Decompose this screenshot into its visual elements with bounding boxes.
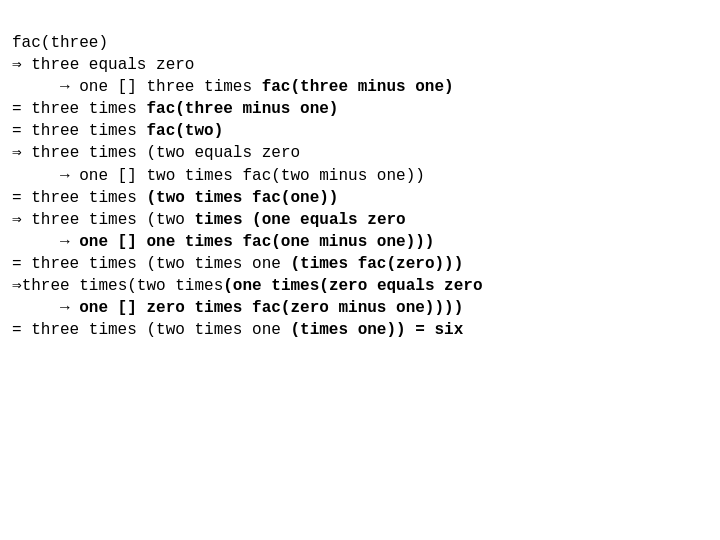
code-line: = three times (two times fac(one)): [12, 187, 708, 209]
normal-segment: ⇒three times(two times: [12, 277, 223, 295]
bold-segment: (two times fac(one)): [146, 189, 338, 207]
normal-segment: ⇒ three times (two equals zero: [12, 144, 300, 162]
bold-segment: times (one equals zero: [194, 211, 405, 229]
normal-segment: fac(three): [12, 34, 108, 52]
code-line: = three times (two times one (times one)…: [12, 319, 708, 341]
bold-segment: (times fac(zero))): [290, 255, 463, 273]
code-line: = three times fac(three minus one): [12, 98, 708, 120]
bold-segment: → one [] zero times fac(zero minus one))…: [12, 299, 463, 317]
bold-segment: → one [] one times fac(one minus one))): [12, 233, 434, 251]
bold-segment: (times one)) = six: [290, 321, 463, 339]
code-line: ⇒ three times (two times (one equals zer…: [12, 209, 708, 231]
code-line: fac(three): [12, 32, 708, 54]
normal-segment: ⇒ three equals zero: [12, 56, 194, 74]
normal-segment: = three times: [12, 122, 146, 140]
normal-segment: ⇒ three times (two: [12, 211, 194, 229]
bold-segment: (one times(zero equals zero: [223, 277, 482, 295]
code-line: → one [] three times fac(three minus one…: [12, 76, 708, 98]
normal-segment: → one [] three times: [12, 78, 262, 96]
bold-segment: fac(three minus one): [146, 100, 338, 118]
code-line: ⇒ three times (two equals zero: [12, 142, 708, 164]
normal-segment: = three times (two times one: [12, 321, 290, 339]
code-line: = three times fac(two): [12, 120, 708, 142]
code-display: fac(three)⇒ three equals zero → one [] t…: [12, 10, 708, 341]
code-line: ⇒three times(two times(one times(zero eq…: [12, 275, 708, 297]
code-line: → one [] one times fac(one minus one))): [12, 231, 708, 253]
normal-segment: = three times: [12, 100, 146, 118]
normal-segment: = three times (two times one: [12, 255, 290, 273]
code-line: = three times (two times one (times fac(…: [12, 253, 708, 275]
bold-segment: fac(three minus one): [262, 78, 454, 96]
normal-segment: = three times: [12, 189, 146, 207]
bold-segment: fac(two): [146, 122, 223, 140]
normal-segment: → one [] two times fac(two minus one)): [12, 167, 425, 185]
code-line: ⇒ three equals zero: [12, 54, 708, 76]
code-line: → one [] two times fac(two minus one)): [12, 165, 708, 187]
code-line: → one [] zero times fac(zero minus one))…: [12, 297, 708, 319]
